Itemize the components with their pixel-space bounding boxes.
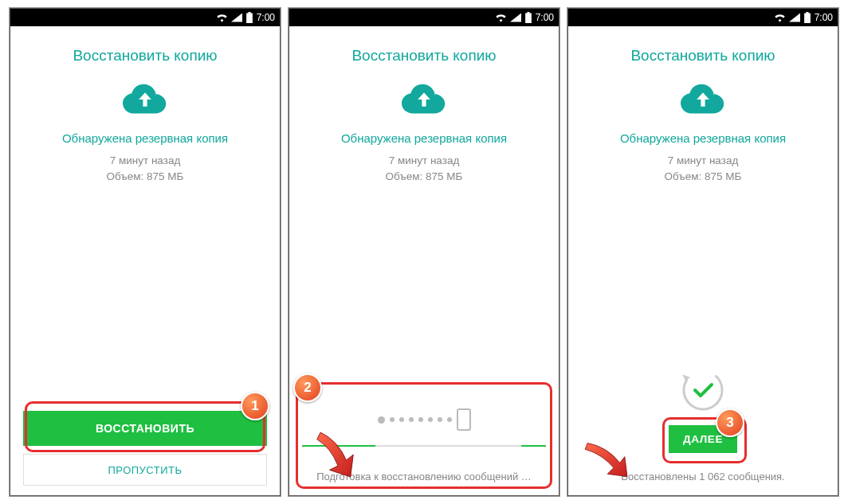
restoring-animation [302,408,546,431]
battery-icon [803,12,811,23]
done-checkmark-icon [681,368,725,412]
phone-outline-icon [457,408,471,431]
restored-status-text: Восстановлены 1 062 сообщения. [621,471,784,483]
signal-icon [231,13,242,22]
status-time: 7:00 [815,12,833,23]
status-time: 7:00 [257,12,275,23]
backup-size: Объем: 875 МБ [665,169,742,185]
skip-button[interactable]: ПРОПУСТИТЬ [23,454,267,486]
wifi-icon [216,13,228,22]
restoring-status-text: Подготовка к восстановлению сообщений … [316,471,532,483]
backup-found-label: Обнаружена резервная копия [341,131,507,145]
svg-point-0 [681,368,725,412]
backup-size: Объем: 875 МБ [107,169,184,185]
wifi-icon [774,13,786,22]
phone-screen-3: 7:00 Восстановить копию Обнаружена резер… [567,8,838,496]
backup-when: 7 минут назад [665,153,742,169]
signal-icon [510,13,521,22]
backup-found-label: Обнаружена резервная копия [62,131,228,145]
battery-icon [524,12,532,23]
status-bar: 7:00 [10,9,280,26]
backup-when: 7 минут назад [107,153,184,169]
backup-meta: 7 минут назад Объем: 875 МБ [386,153,463,186]
status-bar: 7:00 [568,9,838,26]
backup-meta: 7 минут назад Объем: 875 МБ [107,153,184,186]
page-title: Восстановить копию [351,47,496,64]
status-bar: 7:00 [289,9,559,26]
status-time: 7:00 [536,12,554,23]
next-button[interactable]: ДАЛЕЕ [669,425,737,453]
page-title: Восстановить копию [630,47,775,64]
restore-button[interactable]: ВОССТАНОВИТЬ [23,411,267,446]
backup-when: 7 минут назад [386,153,463,169]
cloud-upload-icon [123,84,167,115]
battery-icon [245,12,253,23]
backup-meta: 7 минут назад Объем: 875 МБ [665,153,742,186]
signal-icon [789,13,800,22]
page-title: Восстановить копию [73,47,217,64]
wifi-icon [495,13,507,22]
progress-bar [302,445,546,447]
phone-screen-1: 7:00 Восстановить копию Обнаружена резер… [10,8,281,496]
backup-size: Объем: 875 МБ [386,169,463,185]
cloud-upload-icon [402,84,446,115]
phone-screen-2: 7:00 Восстановить копию Обнаружена резер… [289,8,559,496]
backup-found-label: Обнаружена резервная копия [620,131,786,145]
cloud-upload-icon [681,84,725,115]
